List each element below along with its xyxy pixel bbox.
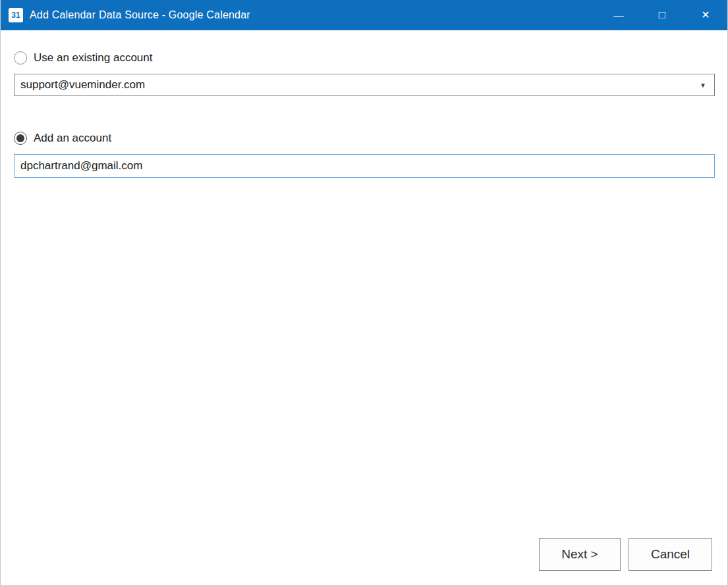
radio-row-existing-account[interactable]: Use an existing account	[14, 51, 715, 65]
minimize-icon: —	[614, 11, 624, 20]
existing-account-dropdown-value: support@vueminder.com	[20, 78, 145, 92]
chevron-down-icon[interactable]: ▼	[700, 82, 706, 89]
window-title: Add Calendar Data Source - Google Calend…	[30, 9, 250, 21]
radio-add-account[interactable]	[14, 132, 27, 145]
calendar-icon-text: 31	[11, 11, 20, 20]
dialog-buttons: Next > Cancel	[539, 538, 712, 571]
cancel-button[interactable]: Cancel	[629, 538, 712, 571]
radio-row-add-account[interactable]: Add an account	[14, 132, 715, 145]
add-account-email-input[interactable]	[14, 154, 715, 178]
close-button[interactable]: ✕	[684, 0, 727, 30]
maximize-icon: □	[659, 9, 665, 20]
calendar-icon: 31	[9, 8, 23, 22]
caption-buttons: — □ ✕	[597, 0, 727, 30]
radio-add-account-label: Add an account	[34, 132, 111, 145]
minimize-button[interactable]: —	[597, 0, 640, 30]
existing-account-dropdown[interactable]: support@vueminder.com ▼	[14, 74, 715, 96]
dialog-window: 31 Add Calendar Data Source - Google Cal…	[0, 0, 728, 586]
next-button[interactable]: Next >	[539, 538, 621, 571]
close-icon: ✕	[701, 10, 710, 20]
radio-existing-account[interactable]	[14, 51, 27, 65]
radio-existing-account-label: Use an existing account	[34, 51, 153, 65]
maximize-button[interactable]: □	[640, 0, 684, 30]
dialog-content: Use an existing account support@vueminde…	[1, 51, 727, 178]
titlebar: 31 Add Calendar Data Source - Google Cal…	[1, 0, 727, 30]
